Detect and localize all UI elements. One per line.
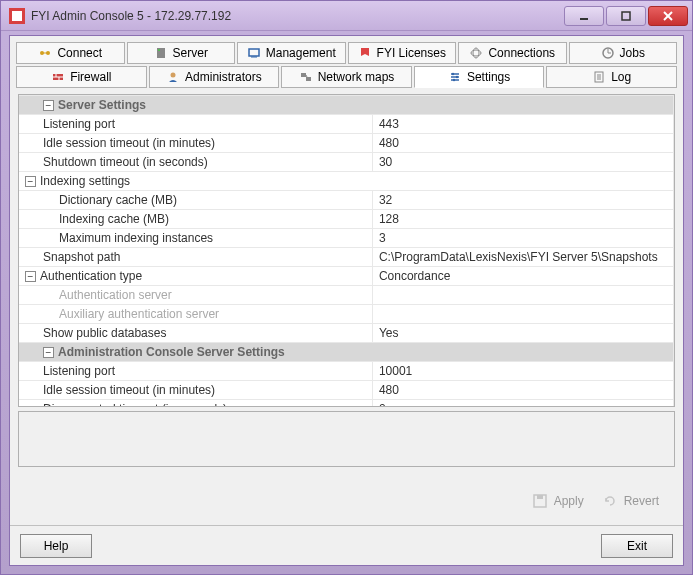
tab-firewall[interactable]: Firewall bbox=[16, 66, 147, 88]
row-listening-port[interactable]: Listening port443 bbox=[19, 115, 674, 134]
collapse-icon[interactable]: − bbox=[43, 100, 54, 111]
tab-label: FYI Licenses bbox=[377, 46, 446, 60]
tab-fyi-licenses[interactable]: FYI Licenses bbox=[348, 42, 457, 64]
maximize-button[interactable] bbox=[606, 6, 646, 26]
row-snapshot-path[interactable]: Snapshot pathC:\ProgramData\LexisNexis\F… bbox=[19, 248, 674, 267]
tab-network-maps[interactable]: Network maps bbox=[281, 66, 412, 88]
tab-label: Log bbox=[611, 70, 631, 84]
row-admin-idle[interactable]: Idle session timeout (in minutes)480 bbox=[19, 381, 674, 400]
svg-point-27 bbox=[452, 73, 454, 75]
tab-label: Administrators bbox=[185, 70, 262, 84]
tab-label: Jobs bbox=[620, 46, 645, 60]
row-aux-auth-server: Auxiliary authentication server bbox=[19, 305, 674, 324]
app-icon bbox=[9, 8, 25, 24]
licenses-icon bbox=[358, 46, 372, 60]
tabs: ConnectServerManagementFYI LicensesConne… bbox=[10, 36, 683, 88]
tab-connections[interactable]: Connections bbox=[458, 42, 567, 64]
row-shutdown-timeout[interactable]: Shutdown timeout (in seconds)30 bbox=[19, 153, 674, 172]
row-idle-timeout[interactable]: Idle session timeout (in minutes)480 bbox=[19, 134, 674, 153]
svg-point-8 bbox=[158, 49, 160, 51]
action-row: Apply Revert bbox=[18, 481, 675, 521]
section-title: Administration Console Server Settings bbox=[58, 345, 285, 359]
window-title: FYI Admin Console 5 - 172.29.77.192 bbox=[31, 9, 564, 23]
section-server-settings[interactable]: −Server Settings bbox=[19, 96, 674, 115]
help-button[interactable]: Help bbox=[20, 534, 92, 558]
connections-icon bbox=[469, 46, 483, 60]
row-indexing-settings[interactable]: −Indexing settings bbox=[19, 172, 674, 191]
section-title: Server Settings bbox=[58, 98, 146, 112]
tab-label: Server bbox=[173, 46, 208, 60]
row-admin-disc[interactable]: Disconnected timeout (in seconds)0 bbox=[19, 400, 674, 408]
row-show-public-db[interactable]: Show public databasesYes bbox=[19, 324, 674, 343]
bottom-bar: Help Exit bbox=[10, 525, 683, 565]
titlebar[interactable]: FYI Admin Console 5 - 172.29.77.192 bbox=[1, 1, 692, 31]
row-admin-port[interactable]: Listening port10001 bbox=[19, 362, 674, 381]
section-admin-console[interactable]: −Administration Console Server Settings bbox=[19, 343, 674, 362]
close-button[interactable] bbox=[648, 6, 688, 26]
tab-administrators[interactable]: Administrators bbox=[149, 66, 280, 88]
netmaps-icon bbox=[299, 70, 313, 84]
connect-icon bbox=[38, 46, 52, 60]
server-icon bbox=[154, 46, 168, 60]
client-area: ConnectServerManagementFYI LicensesConne… bbox=[9, 35, 684, 566]
settings-icon bbox=[448, 70, 462, 84]
tab-label: Management bbox=[266, 46, 336, 60]
settings-grid[interactable]: −Server Settings Listening port443 Idle … bbox=[18, 94, 675, 407]
tab-label: Firewall bbox=[70, 70, 111, 84]
svg-rect-21 bbox=[301, 73, 306, 77]
firewall-icon bbox=[51, 70, 65, 84]
tab-management[interactable]: Management bbox=[237, 42, 346, 64]
tab-log[interactable]: Log bbox=[546, 66, 677, 88]
revert-icon bbox=[602, 493, 618, 509]
revert-button[interactable]: Revert bbox=[602, 493, 659, 509]
tab-label: Network maps bbox=[318, 70, 395, 84]
collapse-icon[interactable]: − bbox=[25, 271, 36, 282]
collapse-icon[interactable]: − bbox=[43, 347, 54, 358]
svg-rect-35 bbox=[537, 495, 543, 499]
jobs-icon bbox=[601, 46, 615, 60]
apply-button[interactable]: Apply bbox=[532, 493, 584, 509]
management-icon bbox=[247, 46, 261, 60]
exit-button[interactable]: Exit bbox=[601, 534, 673, 558]
svg-rect-9 bbox=[249, 49, 259, 56]
row-max-instances[interactable]: Maximum indexing instances3 bbox=[19, 229, 674, 248]
admins-icon bbox=[166, 70, 180, 84]
tab-settings[interactable]: Settings bbox=[414, 66, 545, 88]
tab-label: Connections bbox=[488, 46, 555, 60]
description-panel bbox=[18, 411, 675, 467]
row-auth-type[interactable]: −Authentication typeConcordance bbox=[19, 267, 674, 286]
row-auth-server: Authentication server bbox=[19, 286, 674, 305]
row-indexing-cache[interactable]: Indexing cache (MB)128 bbox=[19, 210, 674, 229]
row-dictionary-cache[interactable]: Dictionary cache (MB)32 bbox=[19, 191, 674, 210]
tab-label: Connect bbox=[57, 46, 102, 60]
tab-label: Settings bbox=[467, 70, 510, 84]
collapse-icon[interactable]: − bbox=[25, 176, 36, 187]
svg-rect-1 bbox=[622, 12, 630, 20]
log-icon bbox=[592, 70, 606, 84]
svg-point-20 bbox=[171, 73, 176, 78]
svg-point-28 bbox=[456, 76, 458, 78]
app-window: FYI Admin Console 5 - 172.29.77.192 Conn… bbox=[0, 0, 693, 575]
tab-connect[interactable]: Connect bbox=[16, 42, 125, 64]
tab-jobs[interactable]: Jobs bbox=[569, 42, 678, 64]
minimize-button[interactable] bbox=[564, 6, 604, 26]
svg-point-29 bbox=[453, 79, 455, 81]
tab-server[interactable]: Server bbox=[127, 42, 236, 64]
save-icon bbox=[532, 493, 548, 509]
